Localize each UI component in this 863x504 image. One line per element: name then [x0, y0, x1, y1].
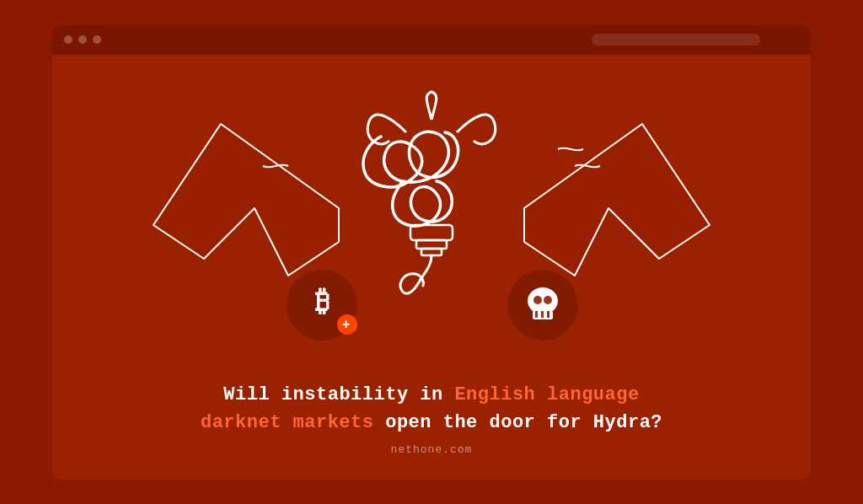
svg-rect-12 [535, 311, 538, 318]
title-highlight-1: English language [454, 384, 639, 405]
svg-point-8 [528, 287, 558, 314]
svg-rect-13 [541, 311, 544, 318]
title-text-3: door for Hydra? [478, 412, 662, 433]
svg-rect-14 [547, 311, 549, 318]
title-text-1: Will instability in [223, 384, 454, 405]
text-area: Will instability in English language dar… [52, 381, 811, 456]
svg-text:+: + [342, 317, 350, 331]
title-text-the: the [443, 412, 478, 433]
browser-dot-1 [64, 35, 72, 44]
svg-point-11 [544, 296, 552, 304]
browser-url-bar [592, 34, 760, 46]
card-container: ₿ + Will instability in English language… [52, 24, 811, 480]
browser-dot-3 [93, 35, 101, 44]
browser-bar [52, 24, 811, 55]
title-text-2: open [373, 412, 442, 433]
main-title: Will instability in English language dar… [120, 381, 743, 437]
title-highlight-2: darknet markets [201, 412, 374, 433]
svg-text:₿: ₿ [315, 285, 330, 317]
illustration-area: ₿ + [52, 55, 811, 362]
subtitle: nethone.com [120, 443, 743, 456]
browser-dot-2 [78, 35, 87, 44]
hydra-illustration: ₿ + [52, 55, 811, 362]
svg-rect-1 [416, 240, 447, 249]
svg-point-10 [533, 296, 542, 304]
